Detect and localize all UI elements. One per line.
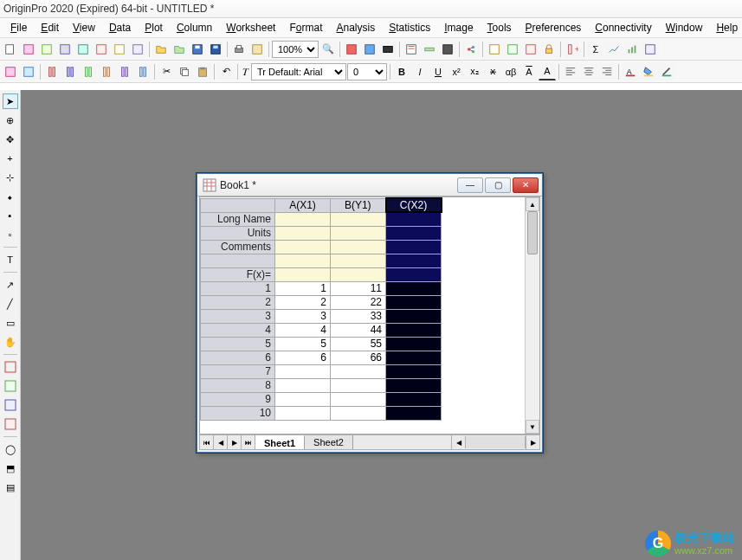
save-icon[interactable] <box>189 41 206 58</box>
column-tool2-icon[interactable] <box>61 63 79 80</box>
cell[interactable]: 1 <box>275 281 331 295</box>
col-header-a[interactable]: A(X1) <box>275 198 331 212</box>
menu-data[interactable]: Data <box>102 20 138 35</box>
align-left-icon[interactable] <box>562 63 579 80</box>
cell[interactable] <box>386 406 442 420</box>
analyzer3-icon[interactable] <box>522 41 539 58</box>
draw-data-icon[interactable]: ▫ <box>3 227 18 242</box>
cell[interactable] <box>331 378 386 392</box>
data-selector-icon[interactable]: ⬥ <box>3 189 18 204</box>
rescale-icon[interactable] <box>3 359 18 375</box>
line-color-icon[interactable] <box>658 63 675 80</box>
bold-button[interactable]: B <box>393 63 410 80</box>
cell[interactable] <box>275 406 331 420</box>
cell[interactable] <box>275 392 331 406</box>
analyzer1-icon[interactable] <box>486 41 503 58</box>
cell[interactable] <box>386 378 442 392</box>
minimize-button[interactable]: — <box>457 177 483 193</box>
cell[interactable]: 44 <box>331 323 386 337</box>
text-tool-icon[interactable]: T <box>3 252 18 267</box>
cell[interactable]: 11 <box>331 281 386 295</box>
underline-button[interactable]: U <box>429 63 447 80</box>
column-tool3-icon[interactable] <box>80 63 97 80</box>
column-tool5-icon[interactable] <box>116 63 133 80</box>
cell[interactable] <box>386 392 442 406</box>
hscroll-right-icon[interactable]: ▶ <box>526 435 539 449</box>
workbook-title-bar[interactable]: Book1 * — ▢ ✕ <box>197 174 542 196</box>
new-layout-icon[interactable] <box>93 41 110 58</box>
cell[interactable] <box>275 267 331 281</box>
scroll-thumb[interactable] <box>527 211 538 254</box>
new-notes-icon[interactable] <box>111 41 128 58</box>
column-tool4-icon[interactable] <box>98 63 115 80</box>
column-tool1-icon[interactable] <box>43 63 61 80</box>
chart-icon[interactable] <box>605 41 623 58</box>
insert-image-icon[interactable] <box>3 416 18 432</box>
menu-image[interactable]: Image <box>437 20 480 35</box>
scroll-up-icon[interactable]: ▲ <box>526 197 539 211</box>
zoom-tool-icon[interactable]: 🔍 <box>319 41 337 58</box>
molecule-icon[interactable] <box>462 41 480 58</box>
vertical-scrollbar[interactable]: ▲ ▼ <box>525 197 539 434</box>
cell[interactable]: 22 <box>331 295 386 309</box>
refresh-icon[interactable] <box>343 41 360 58</box>
new-graph-icon[interactable] <box>38 41 55 58</box>
cell[interactable] <box>386 254 442 267</box>
menu-plot[interactable]: Plot <box>138 20 170 35</box>
cell[interactable]: 3 <box>275 309 331 323</box>
new-project-icon[interactable] <box>2 41 19 58</box>
circle-tool-icon[interactable]: ◯ <box>3 441 18 457</box>
lock-icon[interactable] <box>540 41 558 58</box>
cell[interactable] <box>386 309 442 323</box>
cell[interactable] <box>275 254 331 267</box>
cell[interactable] <box>386 226 442 240</box>
paste-icon[interactable] <box>194 63 211 80</box>
cell[interactable]: 55 <box>331 337 386 351</box>
menu-format[interactable]: Format <box>282 20 329 35</box>
menu-window[interactable]: Window <box>659 20 710 35</box>
cell[interactable] <box>386 281 442 295</box>
zoom-region-icon[interactable]: ⊕ <box>3 113 18 128</box>
duplicate-icon[interactable] <box>361 41 378 58</box>
add-column-icon[interactable]: + <box>564 41 581 58</box>
cell[interactable] <box>386 295 442 309</box>
line-tool-icon[interactable]: ╱ <box>3 296 18 312</box>
cell[interactable]: 4 <box>275 323 331 337</box>
cell[interactable] <box>331 406 386 420</box>
overline-button[interactable]: A <box>520 63 538 80</box>
roi-tool-icon[interactable]: ⬒ <box>3 460 18 476</box>
batch-icon[interactable] <box>421 41 438 58</box>
data-reader-icon[interactable]: + <box>3 151 18 166</box>
italic-button[interactable]: I <box>411 63 429 80</box>
cell[interactable] <box>386 240 442 254</box>
scroll-down-icon[interactable]: ▼ <box>526 420 539 434</box>
cell[interactable]: 2 <box>275 295 331 309</box>
greek-button[interactable]: αβ <box>502 63 519 80</box>
row-header[interactable]: Long Name <box>201 212 275 226</box>
underline2-button[interactable]: A <box>539 63 556 80</box>
save-template-icon[interactable] <box>207 41 224 58</box>
row-header[interactable]: 9 <box>201 392 275 406</box>
code-icon[interactable] <box>439 41 456 58</box>
row-header[interactable]: 2 <box>201 295 275 309</box>
cell[interactable] <box>386 323 442 337</box>
pointer-tool-icon[interactable]: ➤ <box>3 93 18 109</box>
sheet-tab-sheet2[interactable]: Sheet2 <box>305 435 353 449</box>
row-header[interactable]: 10 <box>201 406 275 420</box>
cell[interactable] <box>386 337 442 351</box>
row-header[interactable]: 3 <box>201 309 275 323</box>
cell[interactable] <box>331 240 386 254</box>
menu-connectivity[interactable]: Connectivity <box>588 20 658 35</box>
pan-tool-icon[interactable]: ✥ <box>3 132 18 147</box>
menu-statistics[interactable]: Statistics <box>382 20 437 35</box>
cell[interactable] <box>275 364 331 378</box>
row-header[interactable]: 5 <box>201 337 275 351</box>
font-size-select[interactable]: 0 <box>347 63 387 80</box>
row-header[interactable]: 7 <box>201 364 275 378</box>
col-header-c[interactable]: C(X2) <box>386 198 442 212</box>
worksheet-tool2-icon[interactable] <box>20 63 37 80</box>
cell[interactable] <box>331 392 386 406</box>
corner-cell[interactable] <box>201 198 275 212</box>
worksheet-tool1-icon[interactable] <box>2 63 19 80</box>
column-tool6-icon[interactable] <box>134 63 152 80</box>
